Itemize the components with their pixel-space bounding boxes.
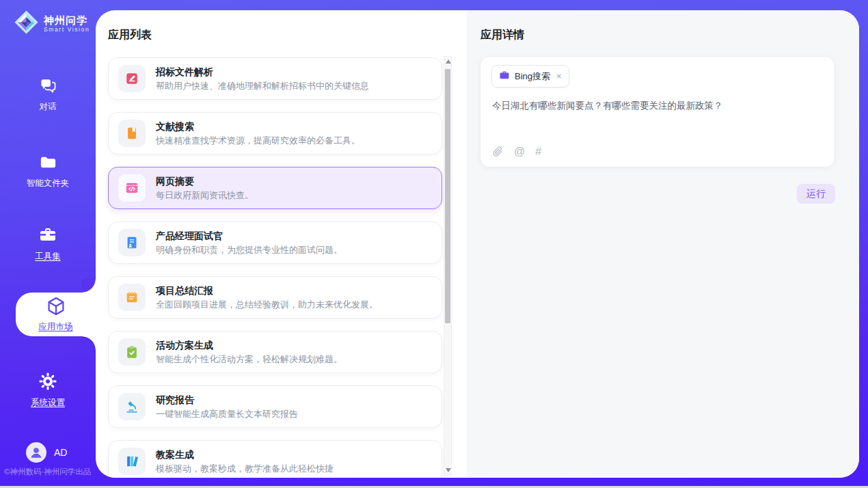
microscope-icon xyxy=(118,393,146,420)
scroll-up-arrow-icon[interactable] xyxy=(446,59,451,64)
app-name: 项目总结汇报 xyxy=(156,284,378,297)
browser-code-icon xyxy=(118,174,146,202)
diamond-logo-icon xyxy=(14,10,39,38)
app-card[interactable]: 文献搜索快速精准查找学术资源，提高研究效率的必备工具。 xyxy=(108,112,442,154)
app-name: 网页摘要 xyxy=(156,175,254,187)
chat-bubbles-icon xyxy=(39,77,57,98)
tool-chip-bing-search[interactable]: Bing搜索 × xyxy=(491,65,569,87)
app-desc: 每日政府新闻资讯快查。 xyxy=(156,189,254,201)
brand-name: 神州问学 xyxy=(44,14,90,26)
user-initials: AD xyxy=(54,447,67,458)
app-name: 文献搜索 xyxy=(156,120,360,133)
brand-logo: 神州问学 Smart Vision xyxy=(14,10,90,38)
copyright-text: ©神州数码·神州问学出品 xyxy=(4,467,96,477)
app-list-title: 应用列表 xyxy=(108,28,152,42)
app-window: 神州问学 Smart Vision 对话 智能文件夹 工具集 应用市场 系统设置 xyxy=(0,0,868,488)
report-note-icon xyxy=(118,284,146,311)
sidebar-item-chat[interactable]: 对话 xyxy=(0,77,96,113)
scrollbar[interactable] xyxy=(444,56,452,476)
sidebar-item-label: 对话 xyxy=(40,101,57,113)
sidebar-item-label: 系统设置 xyxy=(31,397,65,409)
toolbox-icon xyxy=(38,226,57,247)
prompt-input-card: Bing搜索 × 今日湖北有哪些新闻要点？有哪些需要关注的最新政策？ @# xyxy=(480,56,835,167)
app-card[interactable]: 活动方案生成智能生成个性化活动方案，轻松解决规划难题。 xyxy=(108,331,442,373)
avatar xyxy=(26,442,46,463)
clipboard-check-icon xyxy=(118,338,146,366)
sidebar: 神州问学 Smart Vision 对话 智能文件夹 工具集 应用市场 系统设置 xyxy=(0,0,96,488)
app-desc: 帮助用户快速、准确地理解和解析招标书中的关键信息 xyxy=(156,80,369,92)
app-desc: 一键智能生成高质量长文本研究报告 xyxy=(156,408,298,420)
sidebar-item-smart-folder[interactable]: 智能文件夹 xyxy=(0,153,96,189)
scroll-down-arrow-icon[interactable] xyxy=(446,468,451,472)
app-detail-panel: 应用详情 Bing搜索 × 今日湖北有哪些新闻要点？有哪些需要关注的最新政策？ … xyxy=(467,10,859,478)
run-button[interactable]: 运行 xyxy=(797,184,835,204)
tab-fillet xyxy=(82,336,96,350)
app-card[interactable]: 项目总结汇报全面回顾项目进展，总结经验教训，助力未来优化发展。 xyxy=(108,276,442,318)
app-desc: 模板驱动，教案秒成，教学准备从此轻松快捷 xyxy=(156,463,334,474)
app-card[interactable]: 研究报告一键智能生成高质量长文本研究报告 xyxy=(108,385,442,428)
app-card-list: 招标文件解析帮助用户快速、准确地理解和解析招标书中的关键信息文献搜索快速精准查找… xyxy=(108,57,442,478)
app-desc: 智能生成个性化活动方案，轻松解决规划难题。 xyxy=(156,353,342,365)
scrollbar-thumb[interactable] xyxy=(445,69,450,323)
query-input[interactable]: 今日湖北有哪些新闻要点？有哪些需要关注的最新政策？ xyxy=(492,99,823,112)
compose-icon xyxy=(118,65,146,92)
books-icon xyxy=(118,448,146,475)
sidebar-item-label: 智能文件夹 xyxy=(27,178,70,189)
tool-chip-label: Bing搜索 xyxy=(515,70,550,83)
app-desc: 全面回顾项目进展，总结经验教训，助力未来优化发展。 xyxy=(156,299,378,310)
attachment-toolbar: @# xyxy=(492,146,541,157)
app-name: 产品经理面试官 xyxy=(156,230,342,242)
app-card[interactable]: 招标文件解析帮助用户快速、准确地理解和解析招标书中的关键信息 xyxy=(108,57,442,100)
folder-icon xyxy=(39,153,57,174)
interview-doc-icon xyxy=(118,229,146,256)
gear-icon xyxy=(38,372,57,394)
app-card[interactable]: 产品经理面试官明确身份和职责，为您提供专业性的面试问题。 xyxy=(108,221,442,264)
sidebar-item-settings[interactable]: 系统设置 xyxy=(0,372,96,409)
sidebar-item-app-market-active[interactable]: 应用市场 xyxy=(16,293,96,336)
app-desc: 快速精准查找学术资源，提高研究效率的必备工具。 xyxy=(156,135,360,146)
at-sign-icon[interactable]: @ xyxy=(514,146,525,157)
briefcase-icon xyxy=(499,70,510,83)
app-name: 教案生成 xyxy=(156,448,334,461)
app-card[interactable]: 教案生成模板驱动，教案秒成，教学准备从此轻松快捷 xyxy=(108,440,442,478)
main-content: 应用列表 招标文件解析帮助用户快速、准确地理解和解析招标书中的关键信息文献搜索快… xyxy=(96,10,859,478)
sidebar-item-toolset[interactable]: 工具集 xyxy=(0,226,96,262)
hash-icon[interactable]: # xyxy=(535,146,541,157)
close-icon[interactable]: × xyxy=(556,71,562,81)
app-card[interactable]: 网页摘要每日政府新闻资讯快查。 xyxy=(108,167,442,209)
app-name: 招标文件解析 xyxy=(156,66,369,78)
user-account[interactable]: AD xyxy=(26,442,67,463)
sidebar-item-label: 应用市场 xyxy=(39,321,73,333)
tab-fillet xyxy=(82,279,96,293)
brand-subtitle: Smart Vision xyxy=(44,26,90,33)
app-name: 研究报告 xyxy=(156,394,298,406)
app-detail-title: 应用详情 xyxy=(480,28,524,42)
app-name: 活动方案生成 xyxy=(156,339,342,351)
cube-icon xyxy=(46,296,66,319)
paperclip-icon[interactable] xyxy=(492,146,504,157)
sidebar-item-label: 工具集 xyxy=(35,251,61,262)
app-desc: 明确身份和职责，为您提供专业性的面试问题。 xyxy=(156,244,342,256)
book-icon xyxy=(118,120,146,147)
app-list-panel: 应用列表 招标文件解析帮助用户快速、准确地理解和解析招标书中的关键信息文献搜索快… xyxy=(96,10,467,478)
